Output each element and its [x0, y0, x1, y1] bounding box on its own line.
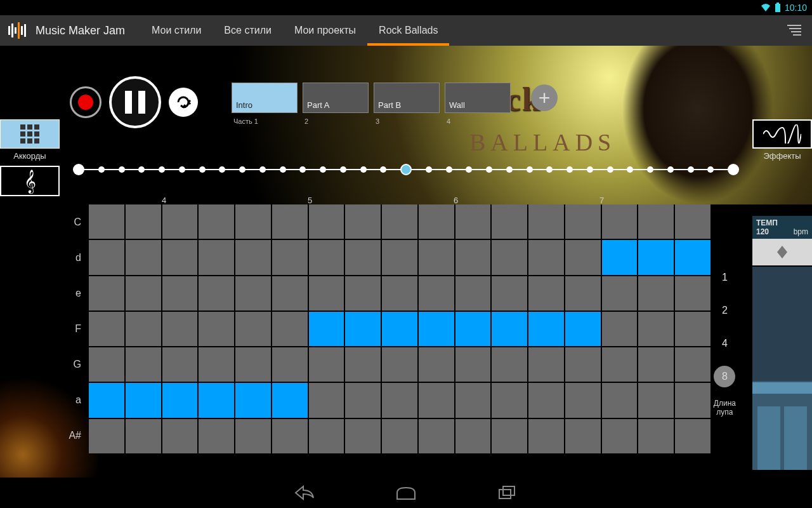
timeline-dot[interactable]	[380, 166, 386, 173]
grid-cell[interactable]	[89, 419, 124, 453]
grid-cell[interactable]	[565, 383, 601, 417]
grid-cell[interactable]	[199, 312, 234, 346]
timeline-dot[interactable]	[707, 166, 714, 173]
timeline-dot[interactable]	[667, 166, 674, 173]
grid-cell[interactable]	[89, 204, 124, 239]
grid-cell[interactable]	[382, 383, 417, 417]
grid-cell[interactable]	[235, 312, 271, 346]
grid-cell[interactable]	[89, 240, 124, 274]
tab-rock-ballads[interactable]: Rock Ballads	[367, 15, 449, 46]
grid-cell[interactable]	[419, 419, 454, 453]
pause-button[interactable]	[109, 76, 161, 128]
grid-cell[interactable]	[492, 276, 527, 311]
grid-cell[interactable]	[675, 276, 710, 311]
add-part-button[interactable]: +	[531, 84, 558, 111]
grid-cell[interactable]	[126, 276, 161, 311]
grid-cell[interactable]	[126, 204, 161, 239]
grid-cell[interactable]	[565, 347, 601, 382]
grid-cell[interactable]	[272, 347, 308, 382]
grid-cell[interactable]	[89, 312, 124, 346]
grid-cell[interactable]	[345, 383, 381, 417]
grid-cell[interactable]	[345, 276, 381, 311]
recent-apps-button[interactable]	[488, 480, 527, 505]
grid-cell[interactable]	[235, 204, 271, 239]
grid-cell[interactable]	[492, 204, 527, 239]
timeline-dot[interactable]	[647, 166, 653, 173]
clef-button[interactable]: 𝄞	[0, 166, 60, 196]
grid-cell[interactable]	[602, 383, 638, 417]
timeline-dot[interactable]	[400, 164, 412, 175]
grid-cell[interactable]	[419, 347, 454, 382]
sequencer-grid[interactable]	[89, 204, 710, 453]
grid-cell[interactable]	[199, 204, 234, 239]
grid-cell[interactable]	[162, 312, 198, 346]
grid-cell[interactable]	[419, 204, 454, 239]
volume-handle[interactable]	[757, 406, 780, 470]
grid-cell[interactable]	[638, 383, 674, 417]
grid-cell[interactable]	[89, 276, 124, 311]
loop-length-4[interactable]: 4	[714, 333, 735, 354]
song-part-intro[interactable]: IntroЧасть 1	[232, 83, 298, 113]
loop-button[interactable]	[169, 88, 198, 117]
grid-cell[interactable]	[309, 383, 344, 417]
grid-cell[interactable]	[675, 204, 710, 239]
timeline-dot[interactable]	[299, 166, 306, 173]
timeline-dot[interactable]	[159, 166, 165, 173]
timeline-dot[interactable]	[506, 166, 513, 173]
grid-cell[interactable]	[272, 419, 308, 453]
grid-cell[interactable]	[126, 240, 161, 274]
volume-handle[interactable]	[784, 406, 807, 470]
timeline-dot[interactable]	[239, 166, 246, 173]
grid-cell[interactable]	[199, 276, 234, 311]
grid-cell[interactable]	[309, 312, 344, 346]
grid-cell[interactable]	[602, 312, 638, 346]
grid-cell[interactable]	[272, 383, 308, 417]
grid-cell[interactable]	[235, 383, 271, 417]
grid-cell[interactable]	[162, 276, 198, 311]
tempo-stepper[interactable]	[752, 239, 812, 265]
timeline-dot[interactable]	[98, 166, 105, 173]
grid-cell[interactable]	[602, 204, 638, 239]
grid-cell[interactable]	[345, 419, 381, 453]
timeline-dot[interactable]	[566, 166, 573, 173]
grid-cell[interactable]	[455, 204, 491, 239]
grid-cell[interactable]	[89, 347, 124, 382]
grid-cell[interactable]	[675, 383, 710, 417]
grid-cell[interactable]	[565, 240, 601, 274]
grid-cell[interactable]	[89, 383, 124, 417]
timeline-dot[interactable]	[607, 166, 613, 173]
grid-cell[interactable]	[492, 419, 527, 453]
grid-cell[interactable]	[419, 240, 454, 274]
grid-cell[interactable]	[455, 312, 491, 346]
grid-cell[interactable]	[675, 240, 710, 274]
grid-cell[interactable]	[272, 276, 308, 311]
timeline-dot[interactable]	[728, 164, 739, 175]
timeline-dot[interactable]	[627, 166, 633, 173]
timeline-dot[interactable]	[360, 166, 367, 173]
timeline-dot[interactable]	[688, 166, 694, 173]
timeline-dot[interactable]	[320, 166, 326, 173]
grid-cell[interactable]	[638, 419, 674, 453]
timeline-dot[interactable]	[527, 166, 533, 173]
timeline-dot[interactable]	[446, 166, 452, 173]
grid-cell[interactable]	[492, 240, 527, 274]
volume-track[interactable]	[752, 267, 812, 470]
timeline-dot[interactable]	[259, 166, 266, 173]
grid-cell[interactable]	[528, 204, 564, 239]
home-button[interactable]	[387, 480, 425, 505]
grid-cell[interactable]	[638, 240, 674, 274]
grid-cell[interactable]	[162, 240, 198, 274]
grid-cell[interactable]	[309, 347, 344, 382]
grid-cell[interactable]	[492, 383, 527, 417]
grid-cell[interactable]	[309, 419, 344, 453]
grid-cell[interactable]	[528, 419, 564, 453]
grid-cell[interactable]	[528, 240, 564, 274]
grid-cell[interactable]	[345, 312, 381, 346]
tab-мои-проекты[interactable]: Мои проекты	[283, 15, 367, 46]
grid-cell[interactable]	[309, 240, 344, 274]
grid-cell[interactable]	[565, 312, 601, 346]
grid-cell[interactable]	[126, 347, 161, 382]
grid-cell[interactable]	[126, 419, 161, 453]
grid-cell[interactable]	[565, 276, 601, 311]
timeline-dot[interactable]	[426, 166, 432, 173]
